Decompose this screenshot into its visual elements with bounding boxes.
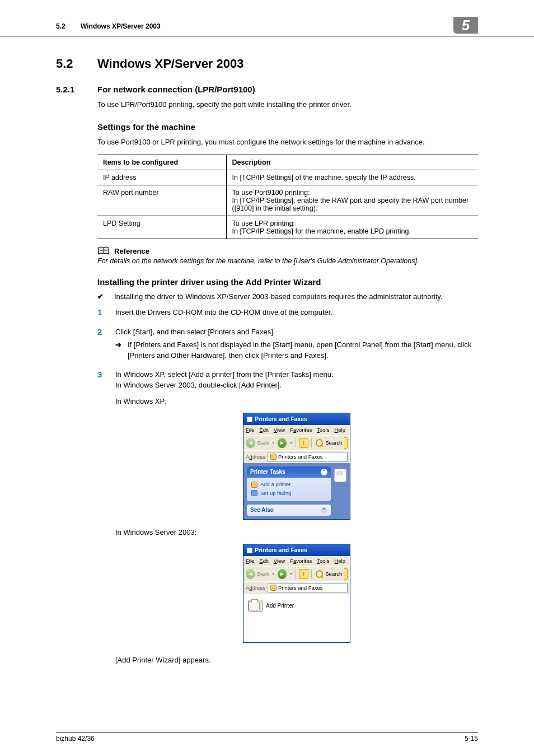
window-menubar: File Edit View Favorites Tools Help <box>243 425 350 435</box>
setup-faxing-link[interactable]: Set up faxing <box>251 489 326 498</box>
window-title: Printers and Faxes <box>255 546 307 554</box>
menu-edit[interactable]: Edit <box>259 557 268 565</box>
forward-button[interactable]: ► <box>278 569 287 579</box>
step-number: 1 <box>97 306 102 319</box>
subsection-heading: 5.2.1For network connection (LPR/Port910… <box>56 85 478 94</box>
table-cell: IP address <box>97 170 226 185</box>
caption-xp: In Windows XP: <box>115 396 478 407</box>
address-field[interactable]: Printers and Faxes <box>268 452 348 462</box>
address-field[interactable]: Printers and Faxes <box>268 583 348 593</box>
fax-icon <box>251 490 257 496</box>
reference-block: Reference <box>97 246 478 256</box>
menu-file[interactable]: File <box>246 557 254 565</box>
menu-help[interactable]: Help <box>334 426 345 434</box>
section-heading-text: Windows XP/Server 2003 <box>97 57 243 71</box>
step-number: 3 <box>97 368 102 381</box>
toolbar-separator <box>296 570 296 578</box>
window-icon <box>247 417 252 422</box>
table-row: RAW port number To use Port9100 printing… <box>97 185 478 216</box>
menu-file[interactable]: File <box>246 426 254 434</box>
toolbar-separator <box>311 570 312 578</box>
window-addressbar: Address Printers and Faxes <box>243 450 350 463</box>
menu-favorites[interactable]: Favorites <box>290 557 312 565</box>
forward-dropdown-icon[interactable]: ▼ <box>289 440 293 446</box>
back-button[interactable]: ◄ <box>246 569 255 579</box>
table-head-items: Items to be configured <box>97 155 226 170</box>
printer-folder-icon <box>270 454 277 460</box>
menu-view[interactable]: View <box>274 557 285 565</box>
check-icon: ✔ <box>97 292 104 301</box>
step-text: In Windows Server 2003, double-click [Ad… <box>115 381 282 389</box>
printer-device-icon[interactable] <box>334 469 346 482</box>
search-icon[interactable] <box>316 570 323 578</box>
table-row: IP address In [TCP/IP Settings] of the m… <box>97 170 478 185</box>
collapse-icon[interactable]: ⌃ <box>321 507 327 514</box>
up-button[interactable]: ↑ <box>299 438 308 448</box>
folders-button-edge[interactable] <box>344 437 348 449</box>
table-cell: RAW port number <box>97 185 226 216</box>
page-header-left: 5.2 Windows XP/Server 2003 <box>56 22 161 34</box>
subsection-heading-text: For network connection (LPR/Port9100) <box>97 85 255 94</box>
page-footer: bizhub 42/36 5-15 <box>56 732 478 743</box>
window-addressbar: Address Printers and Faxes <box>243 581 350 594</box>
folders-button-edge[interactable] <box>344 568 348 580</box>
table-cell: LPD Setting <box>97 216 226 239</box>
collapse-icon[interactable]: ⌃ <box>321 469 327 475</box>
back-label: Back <box>257 570 269 578</box>
back-label: Back <box>257 439 269 447</box>
footer-model: bizhub 42/36 <box>56 735 95 743</box>
section-heading-num: 5.2 <box>56 57 97 71</box>
address-value: Printers and Faxes <box>278 584 323 592</box>
table-head-desc: Description <box>226 155 478 170</box>
address-value: Printers and Faxes <box>278 453 323 461</box>
table-cell: To use Port9100 printing: In [TCP/IP Set… <box>226 185 478 216</box>
menu-help[interactable]: Help <box>334 557 345 565</box>
add-printer-icon <box>248 600 263 612</box>
forward-button[interactable]: ► <box>278 438 287 448</box>
menu-view[interactable]: View <box>274 426 285 434</box>
add-printer-link[interactable]: Add a printer <box>251 480 326 489</box>
search-label[interactable]: Search <box>325 570 342 578</box>
task-label: Set up faxing <box>260 489 291 497</box>
step-number: 2 <box>97 326 102 338</box>
caption-ws2003: In Windows Server 2003: <box>115 528 478 538</box>
address-label: Address <box>246 453 265 461</box>
table-row: LPD Setting To use LPR printing: In [TCP… <box>97 216 478 239</box>
screenshot-xp-window: Printers and Faxes File Edit View Favori… <box>243 413 350 520</box>
step-text: Click [Start], and then select [Printers… <box>115 328 275 336</box>
menu-edit[interactable]: Edit <box>259 426 268 434</box>
menu-tools[interactable]: Tools <box>317 426 329 434</box>
menu-tools[interactable]: Tools <box>317 557 329 565</box>
printer-icon <box>249 601 260 610</box>
back-button[interactable]: ◄ <box>246 438 255 448</box>
panel-header[interactable]: See Also ⌃ <box>247 505 331 516</box>
panel-title: See Also <box>250 506 274 515</box>
toolbar-separator <box>296 438 296 447</box>
search-icon[interactable] <box>316 439 323 447</box>
settings-heading: Settings for the machine <box>97 122 478 132</box>
search-label[interactable]: Search <box>325 439 342 447</box>
see-also-panel: See Also ⌃ <box>247 505 331 516</box>
panel-body: Add a printer Set up faxing <box>247 478 331 501</box>
window-titlebar[interactable]: Printers and Faxes <box>243 544 350 556</box>
subsection-heading-num: 5.2.1 <box>56 85 97 94</box>
table-cell: In [TCP/IP Settings] of the machine, spe… <box>226 170 478 185</box>
back-dropdown-icon[interactable]: ▼ <box>271 440 275 446</box>
menu-favorites[interactable]: Favorites <box>290 426 312 434</box>
section-heading: 5.2Windows XP/Server 2003 <box>56 57 478 71</box>
panel-header[interactable]: Printer Tasks ⌃ <box>247 466 331 478</box>
add-printer-label: Add Printer <box>266 602 294 610</box>
forward-dropdown-icon[interactable]: ▼ <box>289 571 293 577</box>
window-body: Printer Tasks ⌃ Add a printer <box>243 463 350 520</box>
add-printer-item[interactable]: Add Printer <box>248 600 345 612</box>
arrow-icon: ➔ <box>115 340 123 361</box>
header-section-title: Windows XP/Server 2003 <box>81 22 161 30</box>
steps-list: 1 Insert the Drivers CD-ROM into the CD-… <box>97 307 478 666</box>
up-button[interactable]: ↑ <box>299 569 308 579</box>
window-titlebar[interactable]: Printers and Faxes <box>243 413 350 425</box>
step-text: In Windows XP, select [Add a printer] fr… <box>115 370 334 379</box>
back-dropdown-icon[interactable]: ▼ <box>271 571 275 577</box>
chapter-badge: 5 <box>453 17 478 34</box>
book-icon <box>97 246 110 256</box>
step-text: Insert the Drivers CD-ROM into the CD-RO… <box>115 308 332 316</box>
